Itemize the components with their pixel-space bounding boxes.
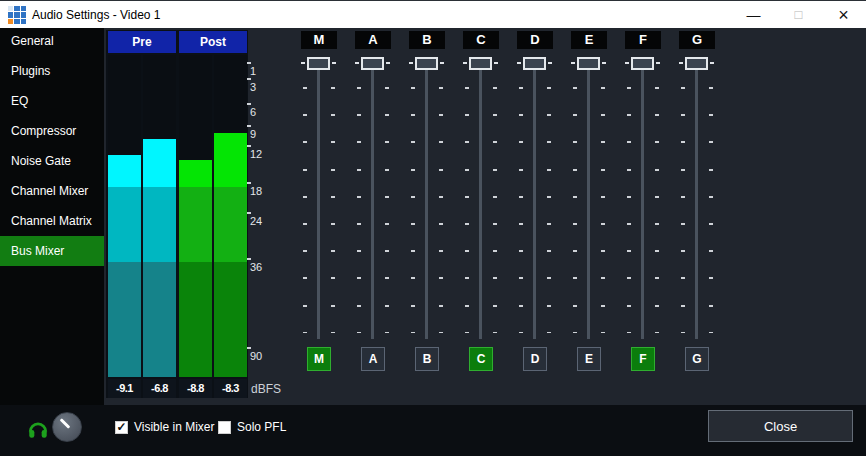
fader-column-e: E E <box>567 28 611 378</box>
fader-column-m: M M <box>297 28 341 378</box>
bus-button-d[interactable]: D <box>523 347 547 371</box>
fader-column-g: G G <box>675 28 719 378</box>
window-title: Audio Settings - Video 1 <box>32 1 161 29</box>
fader-ticks <box>573 87 577 333</box>
sidebar-item-channel-mixer[interactable]: Channel Mixer <box>0 176 104 206</box>
checkmark-icon: ✓ <box>116 422 127 433</box>
fader-ticks <box>465 87 469 333</box>
fader-column-f: F F <box>621 28 665 378</box>
fader-label-d: D <box>517 31 553 49</box>
fader-track[interactable] <box>641 62 644 339</box>
fader-track[interactable] <box>533 62 536 339</box>
close-button[interactable]: Close <box>708 410 853 442</box>
fader-track[interactable] <box>695 62 698 339</box>
footer: ✓ Visible in Mixer ✓ Solo PFL Close <box>0 405 866 456</box>
fader-ticks <box>601 87 605 333</box>
fader-ticks <box>627 87 631 333</box>
fader-label-f: F <box>625 31 661 49</box>
close-icon: × <box>838 1 849 29</box>
fader-ticks <box>547 87 551 333</box>
visible-in-mixer-label[interactable]: Visible in Mixer <box>134 420 214 435</box>
fader-label-b: B <box>409 31 445 49</box>
fader-ticks <box>655 87 659 333</box>
fader-handle-g[interactable] <box>685 57 708 70</box>
bus-button-g[interactable]: G <box>685 347 709 371</box>
bus-button-e[interactable]: E <box>577 347 601 371</box>
solo-pfl-checkbox[interactable]: ✓ <box>218 421 231 434</box>
sidebar-item-channel-matrix[interactable]: Channel Matrix <box>0 206 104 236</box>
solo-pfl-label[interactable]: Solo PFL <box>237 420 286 435</box>
fader-ticks <box>303 87 307 333</box>
fader-handle-f[interactable] <box>631 57 654 70</box>
maximize-icon: □ <box>795 1 803 29</box>
fader-ticks <box>439 87 443 333</box>
minimize-icon: — <box>747 1 761 29</box>
fader-ticks <box>385 87 389 333</box>
fader-column-c: C C <box>459 28 503 378</box>
fader-track[interactable] <box>587 62 590 339</box>
sidebar-list: General Plugins EQ Compressor Noise Gate… <box>0 26 104 266</box>
fader-handle-m[interactable] <box>307 57 330 70</box>
fader-track[interactable] <box>317 62 320 339</box>
fader-ticks <box>357 87 361 333</box>
monitor-volume-knob[interactable] <box>52 412 82 442</box>
fader-column-a: A A <box>351 28 395 378</box>
bus-button-c[interactable]: C <box>469 347 493 371</box>
sidebar: General Plugins EQ Compressor Noise Gate… <box>0 28 104 456</box>
fader-handle-d[interactable] <box>523 57 546 70</box>
fader-ticks <box>681 87 685 333</box>
fader-track[interactable] <box>479 62 482 339</box>
audio-settings-window: Audio Settings - Video 1 — □ × General P… <box>0 0 866 456</box>
bus-faders: M M A A B B <box>104 28 866 405</box>
sidebar-item-general[interactable]: General <box>0 26 104 56</box>
fader-handle-a[interactable] <box>361 57 384 70</box>
sidebar-item-eq[interactable]: EQ <box>0 86 104 116</box>
fader-track[interactable] <box>371 62 374 339</box>
fader-ticks <box>331 87 335 333</box>
fader-label-m: M <box>301 31 337 49</box>
fader-handle-e[interactable] <box>577 57 600 70</box>
visible-in-mixer-checkbox[interactable]: ✓ <box>115 421 128 434</box>
maximize-button[interactable]: □ <box>776 1 821 29</box>
fader-track[interactable] <box>425 62 428 339</box>
bus-button-a[interactable]: A <box>361 347 385 371</box>
app-icon <box>8 6 26 24</box>
bus-button-f[interactable]: F <box>631 347 655 371</box>
headphones-icon[interactable] <box>27 418 49 440</box>
sidebar-item-plugins[interactable]: Plugins <box>0 56 104 86</box>
sidebar-item-bus-mixer[interactable]: Bus Mixer <box>0 236 104 266</box>
fader-label-a: A <box>355 31 391 49</box>
fader-column-d: D D <box>513 28 557 378</box>
titlebar: Audio Settings - Video 1 — □ × <box>0 0 866 28</box>
fader-label-c: C <box>463 31 499 49</box>
bus-button-m[interactable]: M <box>307 347 331 371</box>
close-window-button[interactable]: × <box>821 1 866 29</box>
fader-column-b: B B <box>405 28 449 378</box>
fader-ticks <box>411 87 415 333</box>
fader-handle-c[interactable] <box>469 57 492 70</box>
fader-ticks <box>519 87 523 333</box>
sidebar-item-noise-gate[interactable]: Noise Gate <box>0 146 104 176</box>
main-panel: Pre Post 1 3 6 9 12 18 24 36 90 -9.1 -6.… <box>104 28 866 405</box>
knob-pointer <box>60 418 71 429</box>
fader-ticks <box>709 87 713 333</box>
fader-label-g: G <box>679 31 715 49</box>
fader-handle-b[interactable] <box>415 57 438 70</box>
fader-ticks <box>493 87 497 333</box>
fader-label-e: E <box>571 31 607 49</box>
minimize-button[interactable]: — <box>731 1 776 29</box>
sidebar-item-compressor[interactable]: Compressor <box>0 116 104 146</box>
bus-button-b[interactable]: B <box>415 347 439 371</box>
